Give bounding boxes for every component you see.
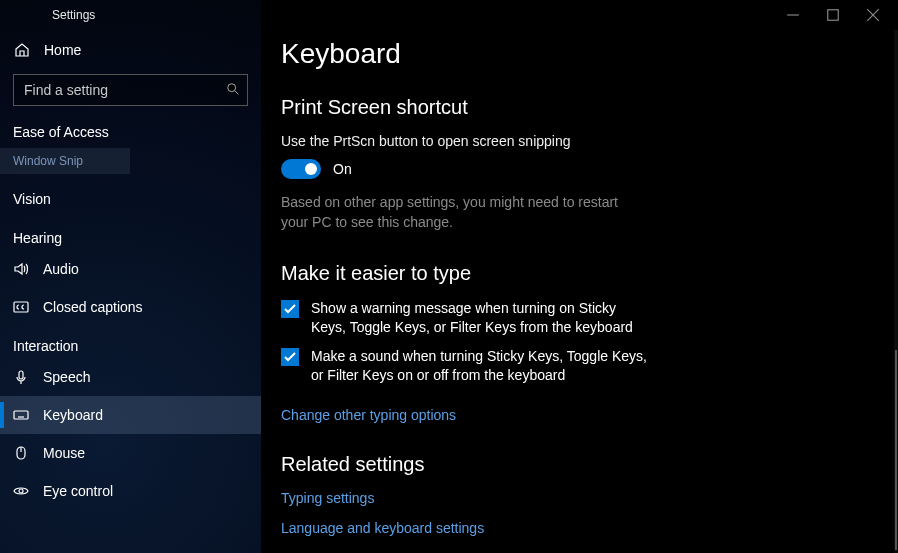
home-icon bbox=[14, 42, 30, 58]
nav-label: Vision bbox=[13, 191, 51, 207]
window-controls bbox=[261, 0, 898, 30]
link-language-keyboard-settings[interactable]: Language and keyboard settings bbox=[281, 520, 878, 536]
cc-icon bbox=[13, 299, 29, 315]
minimize-button[interactable] bbox=[786, 8, 800, 22]
svg-rect-4 bbox=[14, 411, 28, 419]
section-ease-of-access: Ease of Access bbox=[0, 114, 261, 146]
eye-icon bbox=[13, 483, 29, 499]
nav-eye-control[interactable]: Eye control bbox=[0, 472, 261, 510]
svg-rect-16 bbox=[828, 10, 839, 21]
nav-audio[interactable]: Audio bbox=[0, 250, 261, 288]
keyboard-icon bbox=[13, 407, 29, 423]
nav-label: Speech bbox=[43, 369, 90, 385]
search-input[interactable] bbox=[13, 74, 248, 106]
speaker-icon bbox=[13, 261, 29, 277]
sidebar: Settings Home Ease of Access Window Snip… bbox=[0, 0, 261, 553]
svg-point-0 bbox=[228, 84, 236, 92]
section-printscreen-title: Print Screen shortcut bbox=[281, 96, 878, 119]
nav-keyboard[interactable]: Keyboard bbox=[0, 396, 261, 434]
nav-label: Eye control bbox=[43, 483, 113, 499]
section-easier-title: Make it easier to type bbox=[281, 262, 878, 285]
nav-label: Audio bbox=[43, 261, 79, 277]
microphone-icon bbox=[13, 369, 29, 385]
svg-rect-2 bbox=[14, 302, 28, 312]
search-wrap bbox=[13, 74, 248, 106]
nav-closed-captions[interactable]: Closed captions bbox=[0, 288, 261, 326]
checkbox-warning-label: Show a warning message when turning on S… bbox=[311, 299, 651, 337]
mouse-icon bbox=[13, 445, 29, 461]
toggle-state-label: On bbox=[333, 161, 352, 177]
checkbox-warning[interactable] bbox=[281, 300, 299, 318]
search-icon bbox=[226, 82, 240, 96]
link-change-typing-options[interactable]: Change other typing options bbox=[281, 407, 456, 423]
printscreen-toggle-row: On bbox=[281, 159, 878, 179]
nav-mouse[interactable]: Mouse bbox=[0, 434, 261, 472]
section-related-title: Related settings bbox=[281, 453, 878, 476]
checkbox-sound-label: Make a sound when turning Sticky Keys, T… bbox=[311, 347, 651, 385]
printscreen-toggle[interactable] bbox=[281, 159, 321, 179]
maximize-button[interactable] bbox=[826, 8, 840, 22]
checkbox-warning-row: Show a warning message when turning on S… bbox=[281, 299, 651, 337]
content-area: Keyboard Print Screen shortcut Use the P… bbox=[261, 30, 898, 553]
printscreen-desc: Use the PrtScn button to open screen sni… bbox=[281, 133, 878, 149]
svg-rect-3 bbox=[19, 371, 23, 379]
nav-vision[interactable]: Vision bbox=[0, 180, 261, 218]
scrollbar[interactable] bbox=[894, 30, 898, 553]
svg-point-14 bbox=[19, 489, 23, 493]
main-panel: Keyboard Print Screen shortcut Use the P… bbox=[261, 0, 898, 553]
printscreen-note: Based on other app settings, you might n… bbox=[281, 193, 641, 232]
nav-label: Mouse bbox=[43, 445, 85, 461]
window-snip-row[interactable]: Window Snip bbox=[0, 148, 130, 174]
svg-line-1 bbox=[235, 91, 239, 95]
app-title: Settings bbox=[0, 0, 261, 30]
nav-label: Keyboard bbox=[43, 407, 103, 423]
checkbox-sound-row: Make a sound when turning Sticky Keys, T… bbox=[281, 347, 651, 385]
scrollbar-thumb[interactable] bbox=[895, 350, 897, 550]
checkbox-sound[interactable] bbox=[281, 348, 299, 366]
home-nav[interactable]: Home bbox=[0, 30, 261, 70]
nav-label: Closed captions bbox=[43, 299, 143, 315]
page-title: Keyboard bbox=[281, 38, 878, 70]
group-interaction: Interaction bbox=[0, 326, 261, 358]
nav-speech[interactable]: Speech bbox=[0, 358, 261, 396]
home-label: Home bbox=[44, 42, 81, 58]
link-typing-settings[interactable]: Typing settings bbox=[281, 490, 878, 506]
group-hearing: Hearing bbox=[0, 218, 261, 250]
close-button[interactable] bbox=[866, 8, 880, 22]
